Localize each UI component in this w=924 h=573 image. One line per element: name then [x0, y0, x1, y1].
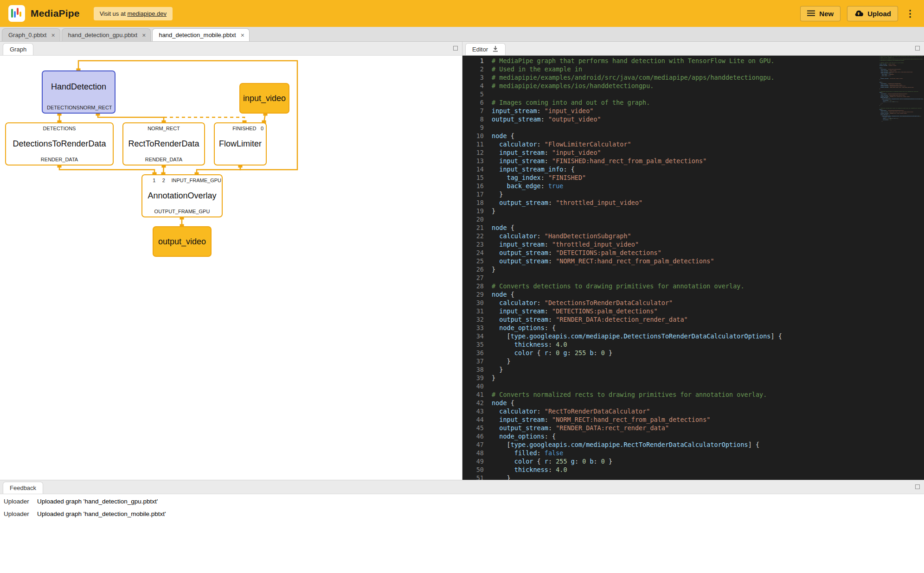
code-line[interactable]: 17 }	[462, 190, 924, 198]
node-output-video[interactable]: output_video	[153, 226, 212, 257]
node-input-video[interactable]: input_video	[239, 83, 289, 114]
code-line[interactable]: 34 [type.googleapis.com/mediapipe.Detect…	[462, 332, 924, 340]
code-line[interactable]: 13 input_stream: "FINISHED:hand_rect_fro…	[462, 157, 924, 165]
code-line[interactable]: 39}	[462, 374, 924, 382]
new-button[interactable]: New	[800, 6, 841, 21]
code-line[interactable]: 35 thickness: 4.0	[462, 340, 924, 349]
code-line[interactable]: 3# mediapipie/examples/android/src/java/…	[462, 73, 924, 82]
line-number: 8	[462, 115, 492, 123]
line-content: }	[492, 357, 511, 365]
code-line[interactable]: 46 node_options: {	[462, 432, 924, 440]
node-flow-limiter[interactable]: FINISHED 0 FlowLimiter	[214, 122, 267, 166]
maximize-feedback-icon[interactable]	[915, 484, 920, 489]
code-line[interactable]: 19}	[462, 207, 924, 215]
code-line[interactable]: 16 back_edge: true	[462, 182, 924, 190]
code-editor[interactable]: 1# MediaPipe graph that performs hand de…	[462, 56, 924, 480]
code-line[interactable]: 20	[462, 215, 924, 223]
code-line[interactable]: 27	[462, 274, 924, 282]
code-line[interactable]: 5	[462, 90, 924, 98]
code-line[interactable]: 32 output_stream: "RENDER_DATA:detection…	[462, 315, 924, 324]
close-icon[interactable]: ×	[142, 32, 146, 38]
tab-editor[interactable]: Editor	[465, 43, 506, 55]
node-annotation-overlay[interactable]: 1 2 INPUT_FRAME_GPU AnnotationOverlay OU…	[141, 174, 223, 217]
line-content: filled: false	[492, 449, 563, 457]
code-line[interactable]: 30 calculator: "DetectionsToRenderDataCa…	[462, 299, 924, 307]
code-line[interactable]: 42node {	[462, 399, 924, 407]
code-line[interactable]: 18 output_stream: "throttled_input_video…	[462, 198, 924, 207]
tab-graph-view[interactable]: Graph	[3, 43, 33, 55]
line-content: color { r: 255 g: 0 b: 0 }	[492, 458, 612, 465]
code-line[interactable]: 45 output_stream: "RENDER_DATA:rect_rend…	[462, 424, 924, 432]
line-content: # Converts detections to drawing primiti…	[492, 282, 744, 290]
code-line[interactable]: 40	[462, 382, 924, 390]
code-line[interactable]: 36 color { r: 0 g: 255 b: 0 }	[462, 349, 924, 357]
mediapipe-dev-link[interactable]: mediapipe.dev	[127, 10, 167, 17]
line-number: 2	[462, 65, 492, 73]
node-rect-to-render-data[interactable]: NORM_RECT RectToRenderData RENDER_DATA	[122, 122, 205, 166]
code-line[interactable]: 26}	[462, 265, 924, 274]
code-line[interactable]: 2# Used in the example in	[462, 65, 924, 73]
maximize-editor-icon[interactable]	[915, 46, 920, 51]
code-line[interactable]: 8output_stream: "output_video"	[462, 115, 924, 123]
line-content: # Used in the example in	[492, 65, 582, 73]
code-line[interactable]: 12 input_stream: "input_video"	[462, 148, 924, 157]
code-line[interactable]: 43 calculator: "RectToRenderDataCalculat…	[462, 407, 924, 415]
code-line[interactable]: 23 input_stream: "throttled_input_video"	[462, 240, 924, 248]
upload-button[interactable]: Upload	[847, 6, 898, 21]
code-line[interactable]: 44 input_stream: "NORM_RECT:hand_rect_fr…	[462, 415, 924, 424]
code-line[interactable]: 21node {	[462, 223, 924, 232]
more-options-icon[interactable]: ⋮	[905, 8, 916, 19]
code-line[interactable]: 33 node_options: {	[462, 324, 924, 332]
code-line[interactable]: 15 tag_index: "FINISHED"	[462, 173, 924, 182]
close-icon[interactable]: ×	[51, 32, 55, 38]
node-hand-detection[interactable]: HandDetection DETECTIONS NORM_RECT	[42, 70, 116, 114]
tab-graph-0-pbtxt[interactable]: Graph_0.pbtxt ×	[2, 28, 60, 41]
code-line[interactable]: 37 }	[462, 357, 924, 365]
code-line[interactable]: 29node {	[462, 290, 924, 299]
code-line[interactable]: 1# MediaPipe graph that performs hand de…	[462, 57, 924, 65]
line-number: 15	[462, 173, 492, 182]
line-content: thickness: 4.0	[492, 341, 567, 348]
line-content: # MediaPipe graph that performs hand det…	[492, 57, 775, 64]
code-line[interactable]: 7input_stream: "input_video"	[462, 107, 924, 115]
tab-feedback[interactable]: Feedback	[3, 482, 43, 494]
visit-us-chip[interactable]: Visit us at mediapipe.dev	[94, 7, 173, 20]
code-line[interactable]: 48 filled: false	[462, 449, 924, 457]
editor-minimap[interactable]: # MediaPipe graph that performs hand det…	[879, 56, 924, 480]
code-line[interactable]: 6# Images coming into and out of the gra…	[462, 98, 924, 107]
code-line[interactable]: 50 thickness: 4.0	[462, 465, 924, 474]
download-icon[interactable]	[492, 45, 499, 53]
line-number: 25	[462, 257, 492, 265]
code-line[interactable]: 11 calculator: "FlowLimiterCalculator"	[462, 140, 924, 148]
port-detections: DETECTIONS	[43, 126, 76, 131]
code-line[interactable]: 38 }	[462, 365, 924, 374]
port-1: 1	[153, 178, 155, 183]
code-line[interactable]: 51 }	[462, 474, 924, 480]
line-content: node {	[492, 224, 514, 231]
code-line[interactable]: 25 output_stream: "NORM_RECT:hand_rect_f…	[462, 257, 924, 265]
line-number: 12	[462, 148, 492, 157]
code-line[interactable]: 31 input_stream: "DETECTIONS:palm_detect…	[462, 307, 924, 315]
feedback-source: Uploader	[4, 510, 33, 517]
code-line[interactable]: 22 calculator: "HandDetectionSubgraph"	[462, 232, 924, 240]
code-line[interactable]: 28# Converts detections to drawing primi…	[462, 282, 924, 290]
maximize-graph-icon[interactable]	[453, 46, 458, 51]
tab-hand-detection-mobile-pbtxt[interactable]: hand_detection_mobile.pbtxt ×	[152, 28, 249, 41]
code-line[interactable]: 49 color { r: 255 g: 0 b: 0 }	[462, 457, 924, 465]
line-number: 33	[462, 324, 492, 332]
graph-canvas[interactable]: HandDetection DETECTIONS NORM_RECT input…	[0, 56, 462, 480]
node-detections-to-render-data[interactable]: DETECTIONS DetectionsToRenderData RENDER…	[5, 122, 114, 166]
code-line[interactable]: 24 output_stream: "DETECTIONS:palm_detec…	[462, 248, 924, 257]
new-button-label: New	[819, 10, 834, 18]
code-line[interactable]: 10node {	[462, 132, 924, 140]
code-line[interactable]: 14 input_stream_info: {	[462, 165, 924, 173]
graph-edges	[0, 56, 462, 480]
code-line[interactable]: 47 [type.googleapis.com/mediapipe.RectTo…	[462, 440, 924, 449]
code-line[interactable]: 4# mediapipie/examples/ios/handdetection…	[462, 82, 924, 90]
code-line[interactable]: 41# Converts normalized rects to drawing…	[462, 390, 924, 399]
line-number: 43	[462, 407, 492, 415]
close-icon[interactable]: ×	[241, 32, 244, 38]
line-content: node {	[492, 399, 514, 407]
tab-hand-detection-gpu-pbtxt[interactable]: hand_detection_gpu.pbtxt ×	[62, 28, 151, 41]
code-line[interactable]: 9	[462, 123, 924, 132]
